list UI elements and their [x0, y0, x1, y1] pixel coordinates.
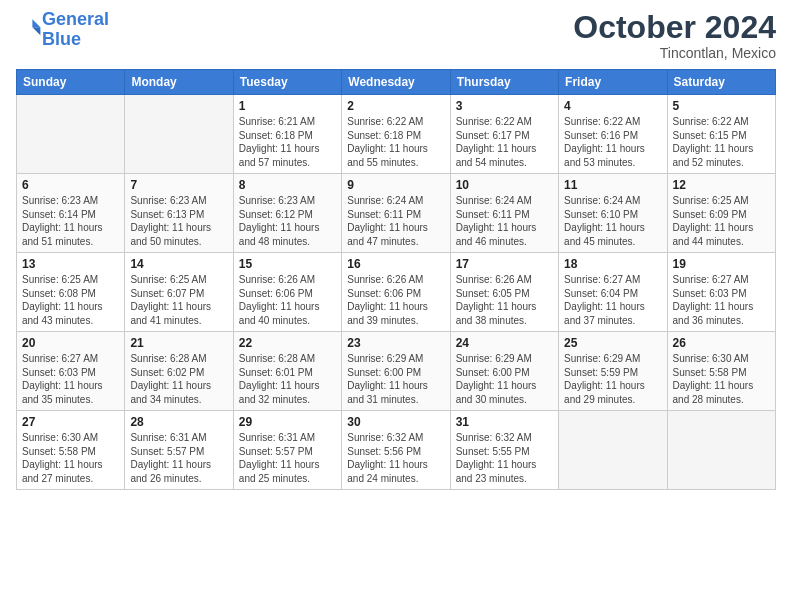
day-info: Sunrise: 6:29 AM Sunset: 5:59 PM Dayligh…: [564, 352, 661, 406]
day-info: Sunrise: 6:28 AM Sunset: 6:01 PM Dayligh…: [239, 352, 336, 406]
calendar-header-row: SundayMondayTuesdayWednesdayThursdayFrid…: [17, 70, 776, 95]
day-info: Sunrise: 6:22 AM Sunset: 6:15 PM Dayligh…: [673, 115, 770, 169]
logo-text: General Blue: [42, 10, 109, 50]
calendar-cell: 24Sunrise: 6:29 AM Sunset: 6:00 PM Dayli…: [450, 332, 558, 411]
day-number: 12: [673, 178, 770, 192]
day-number: 21: [130, 336, 227, 350]
day-info: Sunrise: 6:29 AM Sunset: 6:00 PM Dayligh…: [456, 352, 553, 406]
day-info: Sunrise: 6:23 AM Sunset: 6:12 PM Dayligh…: [239, 194, 336, 248]
weekday-header-tuesday: Tuesday: [233, 70, 341, 95]
calendar-week-row: 6Sunrise: 6:23 AM Sunset: 6:14 PM Daylig…: [17, 174, 776, 253]
day-number: 14: [130, 257, 227, 271]
day-info: Sunrise: 6:26 AM Sunset: 6:06 PM Dayligh…: [347, 273, 444, 327]
calendar-table: SundayMondayTuesdayWednesdayThursdayFrid…: [16, 69, 776, 490]
calendar-cell: 8Sunrise: 6:23 AM Sunset: 6:12 PM Daylig…: [233, 174, 341, 253]
day-number: 16: [347, 257, 444, 271]
calendar-cell: 4Sunrise: 6:22 AM Sunset: 6:16 PM Daylig…: [559, 95, 667, 174]
day-info: Sunrise: 6:24 AM Sunset: 6:10 PM Dayligh…: [564, 194, 661, 248]
weekday-header-monday: Monday: [125, 70, 233, 95]
day-number: 28: [130, 415, 227, 429]
day-info: Sunrise: 6:23 AM Sunset: 6:13 PM Dayligh…: [130, 194, 227, 248]
svg-marker-0: [32, 19, 40, 27]
day-number: 29: [239, 415, 336, 429]
day-number: 2: [347, 99, 444, 113]
calendar-cell: 26Sunrise: 6:30 AM Sunset: 5:58 PM Dayli…: [667, 332, 775, 411]
calendar-cell: 25Sunrise: 6:29 AM Sunset: 5:59 PM Dayli…: [559, 332, 667, 411]
logo-blue: Blue: [42, 29, 81, 49]
day-number: 24: [456, 336, 553, 350]
day-info: Sunrise: 6:31 AM Sunset: 5:57 PM Dayligh…: [239, 431, 336, 485]
day-info: Sunrise: 6:24 AM Sunset: 6:11 PM Dayligh…: [347, 194, 444, 248]
day-info: Sunrise: 6:32 AM Sunset: 5:55 PM Dayligh…: [456, 431, 553, 485]
day-info: Sunrise: 6:32 AM Sunset: 5:56 PM Dayligh…: [347, 431, 444, 485]
calendar-cell: 17Sunrise: 6:26 AM Sunset: 6:05 PM Dayli…: [450, 253, 558, 332]
day-number: 26: [673, 336, 770, 350]
svg-marker-1: [32, 27, 40, 35]
day-number: 9: [347, 178, 444, 192]
day-number: 27: [22, 415, 119, 429]
day-info: Sunrise: 6:23 AM Sunset: 6:14 PM Dayligh…: [22, 194, 119, 248]
logo-icon: [18, 16, 42, 40]
calendar-week-row: 27Sunrise: 6:30 AM Sunset: 5:58 PM Dayli…: [17, 411, 776, 490]
calendar-cell: 15Sunrise: 6:26 AM Sunset: 6:06 PM Dayli…: [233, 253, 341, 332]
day-info: Sunrise: 6:30 AM Sunset: 5:58 PM Dayligh…: [673, 352, 770, 406]
day-number: 18: [564, 257, 661, 271]
calendar-cell: 30Sunrise: 6:32 AM Sunset: 5:56 PM Dayli…: [342, 411, 450, 490]
calendar-cell: 19Sunrise: 6:27 AM Sunset: 6:03 PM Dayli…: [667, 253, 775, 332]
day-number: 13: [22, 257, 119, 271]
day-info: Sunrise: 6:25 AM Sunset: 6:09 PM Dayligh…: [673, 194, 770, 248]
day-number: 5: [673, 99, 770, 113]
calendar-cell: 16Sunrise: 6:26 AM Sunset: 6:06 PM Dayli…: [342, 253, 450, 332]
calendar-cell: 6Sunrise: 6:23 AM Sunset: 6:14 PM Daylig…: [17, 174, 125, 253]
weekday-header-saturday: Saturday: [667, 70, 775, 95]
calendar-cell: 21Sunrise: 6:28 AM Sunset: 6:02 PM Dayli…: [125, 332, 233, 411]
day-number: 3: [456, 99, 553, 113]
header: General Blue October 2024 Tincontlan, Me…: [16, 10, 776, 61]
calendar-cell: 7Sunrise: 6:23 AM Sunset: 6:13 PM Daylig…: [125, 174, 233, 253]
day-number: 10: [456, 178, 553, 192]
calendar-cell: 31Sunrise: 6:32 AM Sunset: 5:55 PM Dayli…: [450, 411, 558, 490]
calendar-cell: [667, 411, 775, 490]
day-number: 22: [239, 336, 336, 350]
calendar-week-row: 20Sunrise: 6:27 AM Sunset: 6:03 PM Dayli…: [17, 332, 776, 411]
day-info: Sunrise: 6:26 AM Sunset: 6:05 PM Dayligh…: [456, 273, 553, 327]
month-year: October 2024: [573, 10, 776, 45]
day-info: Sunrise: 6:27 AM Sunset: 6:04 PM Dayligh…: [564, 273, 661, 327]
calendar-cell: 11Sunrise: 6:24 AM Sunset: 6:10 PM Dayli…: [559, 174, 667, 253]
day-number: 7: [130, 178, 227, 192]
calendar-cell: 29Sunrise: 6:31 AM Sunset: 5:57 PM Dayli…: [233, 411, 341, 490]
day-info: Sunrise: 6:22 AM Sunset: 6:16 PM Dayligh…: [564, 115, 661, 169]
weekday-header-friday: Friday: [559, 70, 667, 95]
calendar-cell: [559, 411, 667, 490]
location: Tincontlan, Mexico: [573, 45, 776, 61]
day-info: Sunrise: 6:27 AM Sunset: 6:03 PM Dayligh…: [22, 352, 119, 406]
calendar-cell: 20Sunrise: 6:27 AM Sunset: 6:03 PM Dayli…: [17, 332, 125, 411]
calendar-cell: 22Sunrise: 6:28 AM Sunset: 6:01 PM Dayli…: [233, 332, 341, 411]
day-info: Sunrise: 6:24 AM Sunset: 6:11 PM Dayligh…: [456, 194, 553, 248]
calendar-cell: 2Sunrise: 6:22 AM Sunset: 6:18 PM Daylig…: [342, 95, 450, 174]
day-number: 30: [347, 415, 444, 429]
calendar-cell: [125, 95, 233, 174]
day-info: Sunrise: 6:22 AM Sunset: 6:17 PM Dayligh…: [456, 115, 553, 169]
day-info: Sunrise: 6:21 AM Sunset: 6:18 PM Dayligh…: [239, 115, 336, 169]
day-info: Sunrise: 6:25 AM Sunset: 6:07 PM Dayligh…: [130, 273, 227, 327]
calendar-cell: 28Sunrise: 6:31 AM Sunset: 5:57 PM Dayli…: [125, 411, 233, 490]
calendar-cell: [17, 95, 125, 174]
logo: General Blue: [16, 10, 109, 50]
calendar-cell: 13Sunrise: 6:25 AM Sunset: 6:08 PM Dayli…: [17, 253, 125, 332]
page: General Blue October 2024 Tincontlan, Me…: [0, 0, 792, 612]
weekday-header-thursday: Thursday: [450, 70, 558, 95]
day-info: Sunrise: 6:22 AM Sunset: 6:18 PM Dayligh…: [347, 115, 444, 169]
calendar-week-row: 1Sunrise: 6:21 AM Sunset: 6:18 PM Daylig…: [17, 95, 776, 174]
day-number: 15: [239, 257, 336, 271]
day-number: 6: [22, 178, 119, 192]
day-number: 17: [456, 257, 553, 271]
day-info: Sunrise: 6:29 AM Sunset: 6:00 PM Dayligh…: [347, 352, 444, 406]
day-number: 20: [22, 336, 119, 350]
calendar-cell: 12Sunrise: 6:25 AM Sunset: 6:09 PM Dayli…: [667, 174, 775, 253]
day-info: Sunrise: 6:26 AM Sunset: 6:06 PM Dayligh…: [239, 273, 336, 327]
day-info: Sunrise: 6:28 AM Sunset: 6:02 PM Dayligh…: [130, 352, 227, 406]
day-number: 11: [564, 178, 661, 192]
day-number: 1: [239, 99, 336, 113]
day-number: 8: [239, 178, 336, 192]
